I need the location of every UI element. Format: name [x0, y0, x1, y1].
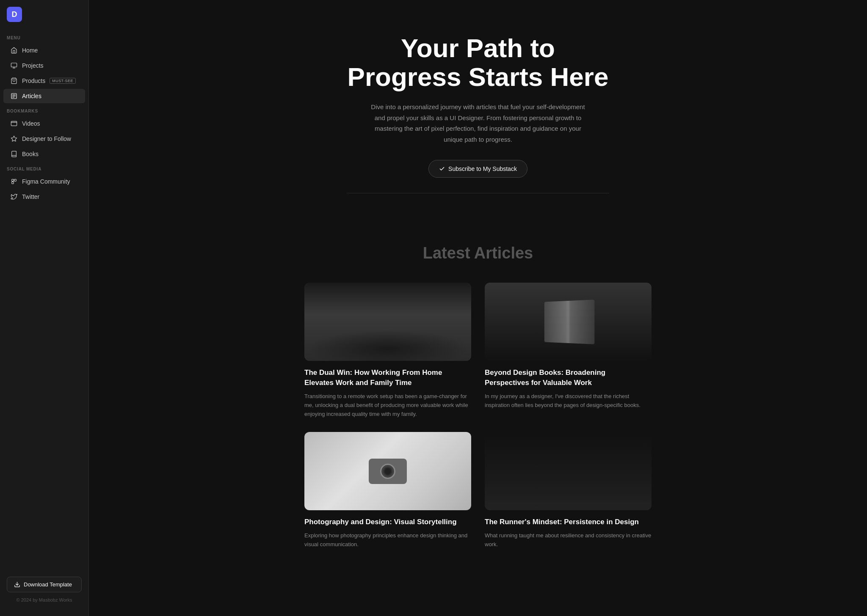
article-desc-4: What running taught me about resilience … [485, 531, 652, 549]
download-label: Download Template [24, 581, 72, 588]
sidebar-item-projects[interactable]: Projects [3, 58, 85, 73]
main-content: Your Path to Progress Starts Here Dive i… [89, 0, 867, 616]
subscribe-label: Subscribe to My Substack [448, 165, 517, 172]
article-image-3 [304, 432, 471, 510]
article-image-field-scene [304, 283, 471, 361]
sidebar-designer-label: Designer to Follow [22, 135, 71, 142]
home-icon [10, 47, 18, 54]
must-see-badge: MUST-SEE [50, 78, 76, 84]
article-desc-2: In my journey as a designer, I've discov… [485, 392, 652, 410]
sidebar-logo: D [0, 7, 88, 30]
logo-box: D [7, 7, 22, 22]
sidebar-figma-label: Figma Community [22, 178, 70, 185]
svg-rect-8 [11, 121, 17, 126]
article-title-2: Beyond Design Books: Broadening Perspect… [485, 368, 652, 388]
article-image-book-scene [485, 283, 652, 361]
sidebar-products-label: Products [22, 77, 45, 84]
sidebar: D MENU Home Projects Products MUST-SEE A… [0, 0, 89, 616]
sidebar-item-books[interactable]: Books [3, 147, 85, 161]
books-icon [10, 150, 18, 158]
svg-rect-12 [12, 182, 14, 184]
article-title-1: The Dual Win: How Working From Home Elev… [304, 368, 471, 388]
svg-rect-11 [12, 179, 14, 182]
camera-body [369, 459, 407, 484]
copyright-text: © 2024 by Masbobz Works [7, 597, 82, 602]
sidebar-item-designer-to-follow[interactable]: Designer to Follow [3, 132, 85, 146]
sidebar-twitter-label: Twitter [22, 193, 39, 200]
sidebar-item-twitter[interactable]: Twitter [3, 190, 85, 204]
article-desc-3: Exploring how photography principles enh… [304, 531, 471, 549]
hero-title: Your Path to Progress Starts Here [347, 34, 609, 91]
svg-marker-10 [11, 136, 17, 141]
articles-grid: The Dual Win: How Working From Home Elev… [304, 283, 652, 549]
article-desc-1: Transitioning to a remote work setup has… [304, 392, 471, 418]
sidebar-item-figma-community[interactable]: Figma Community [3, 174, 85, 189]
twitter-icon [10, 193, 18, 201]
article-image-2 [485, 283, 652, 361]
products-icon [10, 77, 18, 85]
article-card-4[interactable]: The Runner's Mindset: Persistence in Des… [485, 432, 652, 549]
download-icon [14, 581, 20, 588]
article-image-4 [485, 432, 652, 510]
download-template-button[interactable]: Download Template [7, 577, 82, 592]
svg-rect-0 [11, 63, 17, 67]
sidebar-home-label: Home [22, 47, 38, 54]
articles-icon [10, 92, 18, 100]
hero-subtitle: Dive into a personalized journey with ar… [368, 102, 588, 145]
article-title-3: Photography and Design: Visual Storytell… [304, 517, 471, 527]
videos-icon [10, 120, 18, 127]
figma-icon [10, 178, 18, 185]
article-image-runner-scene [485, 432, 652, 510]
articles-section-title: Latest Articles [304, 244, 652, 262]
menu-section-label: MENU [0, 30, 88, 43]
check-icon [439, 166, 445, 172]
sidebar-projects-label: Projects [22, 62, 44, 69]
sidebar-footer: Download Template © 2024 by Masbobz Work… [0, 570, 88, 609]
bookmarks-section-label: BOOKMARKS [0, 104, 88, 116]
article-card-2[interactable]: Beyond Design Books: Broadening Perspect… [485, 283, 652, 418]
social-section-label: SOCIAL MEDIA [0, 162, 88, 174]
article-card-3[interactable]: Photography and Design: Visual Storytell… [304, 432, 471, 549]
hero-section: Your Path to Progress Starts Here Dive i… [330, 0, 626, 219]
sidebar-item-home[interactable]: Home [3, 43, 85, 58]
sidebar-item-videos[interactable]: Videos [3, 116, 85, 131]
articles-section: Latest Articles The Dual Win: How Workin… [287, 219, 668, 574]
projects-icon [10, 62, 18, 69]
logo-letter: D [12, 10, 17, 19]
sidebar-item-products[interactable]: Products MUST-SEE [3, 74, 85, 88]
article-image-1 [304, 283, 471, 361]
subscribe-button[interactable]: Subscribe to My Substack [428, 160, 527, 178]
article-image-camera-scene [304, 432, 471, 510]
sidebar-articles-label: Articles [22, 93, 41, 99]
sidebar-videos-label: Videos [22, 120, 40, 127]
camera-lens [380, 464, 395, 479]
star-icon [10, 135, 18, 143]
sidebar-item-articles[interactable]: Articles [3, 89, 85, 103]
hero-divider [347, 193, 609, 193]
article-title-4: The Runner's Mindset: Persistence in Des… [485, 517, 652, 527]
sidebar-books-label: Books [22, 151, 39, 157]
article-card-1[interactable]: The Dual Win: How Working From Home Elev… [304, 283, 471, 418]
svg-rect-13 [14, 179, 17, 182]
book-shape [544, 300, 594, 344]
